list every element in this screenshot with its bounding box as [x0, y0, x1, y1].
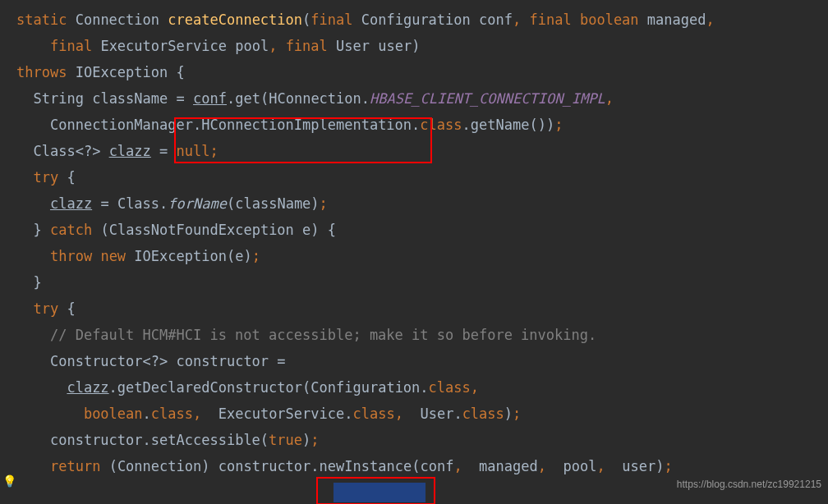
- code-line-7: try {: [0, 164, 828, 190]
- method-get: get: [235, 90, 260, 107]
- comma: ,: [538, 458, 546, 474]
- intention-bulb-icon[interactable]: 💡: [2, 468, 16, 494]
- type-string: String: [33, 90, 83, 107]
- var-constructor: constructor: [177, 353, 269, 369]
- keyword-final: final: [310, 11, 352, 28]
- code-line-9: } catch (ClassNotFoundException e) {: [0, 217, 828, 243]
- dot: .: [453, 405, 462, 422]
- type-constructor: Constructor<?>: [50, 353, 168, 369]
- dot: .: [344, 405, 352, 422]
- code-line-5: ConnectionManager.HConnectionImplementat…: [0, 112, 828, 138]
- type-ioexception: IOException: [76, 64, 168, 80]
- code-editor[interactable]: static Connection createConnection(final…: [0, 7, 828, 479]
- method-name: createConnection: [168, 11, 302, 28]
- code-line-11: }: [0, 269, 828, 296]
- code-line-10: throw new IOException(e);: [0, 243, 828, 269]
- keyword-catch: catch: [50, 222, 92, 238]
- semi: ;: [513, 405, 521, 422]
- semi: ;: [210, 143, 218, 159]
- type-boolean: boolean: [84, 405, 143, 422]
- dot: .: [143, 432, 151, 448]
- brace: }: [33, 222, 41, 238]
- type-executor: ExecutorService: [100, 38, 227, 54]
- semi: ;: [320, 195, 328, 212]
- dot: .: [310, 458, 319, 474]
- dot: .: [193, 117, 201, 133]
- arg-pool: pool: [564, 458, 597, 474]
- arg-user: user: [622, 458, 656, 474]
- type-class: Class<?>: [33, 143, 100, 159]
- paren: ): [302, 432, 310, 448]
- paren: ): [504, 405, 513, 422]
- code-line-4: String className = conf.get(HConnection.…: [0, 85, 828, 112]
- dot: .: [159, 195, 168, 212]
- type-user: User: [420, 405, 453, 422]
- arg-classname: className: [235, 195, 310, 212]
- comma: ,: [605, 90, 614, 107]
- class-connmgr: ConnectionManager: [50, 117, 193, 133]
- dot: .: [462, 117, 471, 133]
- paren: (: [302, 379, 310, 396]
- keyword-final: final: [50, 38, 92, 54]
- comma: ,: [453, 458, 462, 474]
- keyword-null: null: [177, 143, 210, 159]
- code-line-16: boolean.class, ExecutorService.class, Us…: [0, 401, 828, 427]
- type-cnfe: ClassNotFoundException: [109, 222, 294, 238]
- arg-conf: conf: [420, 458, 453, 474]
- type-connection: Connection: [76, 11, 159, 28]
- dot: .: [361, 90, 370, 107]
- class-class: Class: [117, 195, 159, 212]
- dot: .: [143, 405, 151, 422]
- dot: .: [227, 90, 235, 107]
- brace: {: [328, 222, 336, 238]
- keyword-try: try: [33, 169, 58, 186]
- arg-true: true: [269, 432, 302, 448]
- dot: .: [109, 379, 117, 396]
- param-pool: pool: [235, 38, 269, 54]
- var-constructor: constructor: [218, 458, 311, 474]
- keyword-return: return: [50, 458, 100, 474]
- param-managed: managed: [647, 11, 706, 28]
- code-line-15: clazz.getDeclaredConstructor(Configurati…: [0, 374, 828, 401]
- semi: ;: [310, 432, 319, 448]
- watermark-text: https://blog.csdn.net/zc19921215: [677, 471, 821, 497]
- paren: (: [260, 90, 269, 107]
- type-boolean: boolean: [580, 11, 639, 28]
- var-e: e: [302, 222, 310, 238]
- method-getdeclared: getDeclaredConstructor: [117, 379, 302, 396]
- semi: ;: [664, 458, 672, 474]
- paren: (: [412, 458, 420, 474]
- eq: =: [277, 353, 285, 369]
- arg-managed: managed: [479, 458, 538, 474]
- keyword-final: final: [286, 38, 328, 54]
- type-executor: ExecutorService: [218, 405, 345, 422]
- paren: ): [310, 222, 319, 238]
- paren: (: [227, 248, 235, 264]
- parens: ()): [529, 117, 554, 133]
- comma: ,: [193, 405, 201, 422]
- comma: ,: [395, 405, 403, 422]
- var-clazz: clazz: [67, 379, 108, 396]
- code-line-2: final ExecutorService pool, final User u…: [0, 33, 828, 59]
- cast-connection: Connection: [117, 458, 201, 474]
- brace: {: [67, 169, 75, 186]
- paren: ): [310, 195, 319, 212]
- semi: ;: [554, 117, 563, 133]
- method-getname: getName: [471, 117, 530, 133]
- keyword-new: new: [100, 248, 126, 264]
- keyword-throw: throw: [50, 248, 92, 264]
- keyword-final: final: [530, 11, 572, 28]
- brace: {: [177, 64, 185, 80]
- var-clazz: clazz: [109, 143, 151, 159]
- paren: ): [243, 248, 251, 264]
- paren: ): [201, 458, 209, 474]
- paren: ): [412, 38, 420, 54]
- keyword-try: try: [33, 300, 58, 317]
- paren: (: [100, 222, 108, 238]
- eq: =: [159, 143, 168, 159]
- class-hconnection: HConnection: [269, 90, 361, 107]
- keyword-throws: throws: [16, 64, 67, 80]
- keyword-class: class: [429, 379, 471, 396]
- comment-text: // Default HCM#HCI is not accessible; ma…: [50, 327, 596, 343]
- var-clazz: clazz: [50, 195, 92, 212]
